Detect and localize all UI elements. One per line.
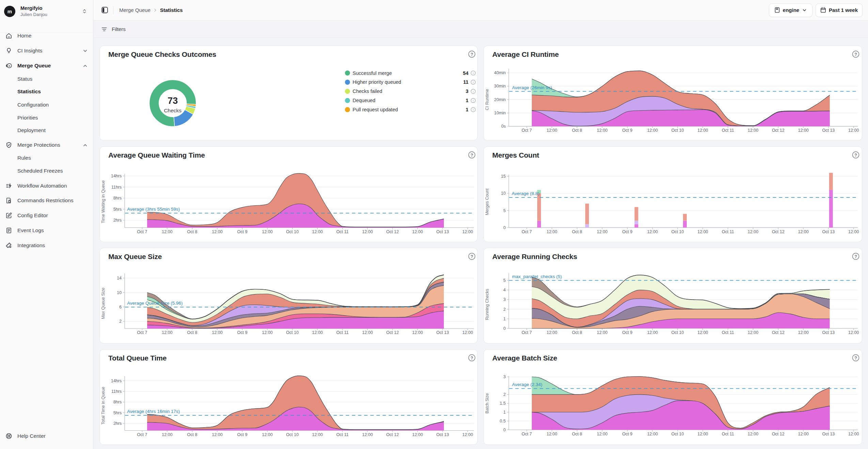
svg-text:14: 14 — [117, 276, 122, 280]
svg-text:0: 0 — [503, 225, 506, 230]
svg-text:Oct 8: Oct 8 — [187, 229, 197, 234]
svg-text:12:00: 12:00 — [312, 330, 323, 335]
svg-text:12:00: 12:00 — [212, 330, 222, 335]
svg-text:15: 15 — [501, 174, 506, 179]
svg-text:Oct 12: Oct 12 — [772, 432, 785, 436]
svg-text:Average (4hrs 16min 17s): Average (4hrs 16min 17s) — [127, 409, 180, 414]
svg-text:?: ? — [470, 52, 473, 57]
svg-text:3: 3 — [503, 297, 506, 302]
svg-text:12:00: 12:00 — [647, 128, 658, 133]
svg-text:12:00: 12:00 — [162, 432, 172, 437]
svg-text:Oct 12: Oct 12 — [772, 128, 785, 133]
svg-text:Checks: Checks — [164, 108, 182, 113]
svg-text:Oct 8: Oct 8 — [572, 128, 582, 133]
svg-text:Oct 9: Oct 9 — [622, 128, 633, 133]
svg-text:0.5: 0.5 — [500, 419, 506, 423]
svg-text:3: 3 — [466, 89, 468, 94]
svg-text:Oct 13: Oct 13 — [436, 432, 449, 437]
svg-text:Oct 10: Oct 10 — [671, 330, 684, 335]
svg-text:12:00: 12:00 — [597, 330, 607, 335]
svg-text:5hrs: 5hrs — [113, 207, 122, 212]
svg-text:12:00: 12:00 — [647, 330, 658, 335]
svg-text:Oct 7: Oct 7 — [137, 330, 147, 335]
svg-text:Oct 9: Oct 9 — [622, 330, 633, 335]
svg-text:Oct 11: Oct 11 — [722, 330, 734, 335]
svg-text:Average (2.34): Average (2.34) — [512, 382, 542, 387]
svg-text:12:00: 12:00 — [262, 432, 273, 437]
svg-text:14hrs: 14hrs — [111, 379, 122, 383]
svg-text:2: 2 — [119, 319, 122, 324]
svg-text:Average (8.8): Average (8.8) — [512, 191, 540, 196]
svg-text:Oct 8: Oct 8 — [572, 330, 582, 335]
svg-text:Average (26min 9s): Average (26min 9s) — [512, 85, 552, 90]
svg-text:m: m — [7, 9, 12, 14]
svg-text:30min: 30min — [494, 84, 506, 89]
svg-text:73: 73 — [168, 96, 178, 106]
svg-text:8hrs: 8hrs — [113, 400, 122, 404]
svg-text:Oct 12: Oct 12 — [386, 330, 399, 335]
svg-text:i: i — [473, 81, 474, 84]
svg-text:i: i — [473, 71, 474, 75]
svg-text:Oct 10: Oct 10 — [286, 330, 299, 335]
svg-text:?: ? — [854, 254, 857, 259]
svg-text:12:00: 12:00 — [647, 229, 658, 234]
svg-text:2: 2 — [503, 307, 506, 312]
svg-text:Oct 13: Oct 13 — [822, 229, 835, 234]
svg-text:12:00: 12:00 — [697, 330, 708, 335]
svg-text:4: 4 — [503, 288, 506, 292]
svg-text:12:00: 12:00 — [546, 432, 557, 436]
svg-text:Oct 11: Oct 11 — [336, 229, 348, 234]
svg-text:Oct 7: Oct 7 — [522, 432, 532, 436]
svg-text:12:00: 12:00 — [212, 229, 222, 234]
svg-text:12:00: 12:00 — [412, 229, 423, 234]
svg-text:11hrs: 11hrs — [111, 389, 122, 394]
svg-text:Oct 7: Oct 7 — [137, 229, 147, 234]
svg-text:12:00: 12:00 — [412, 432, 423, 437]
svg-text:Total Queue Time: Total Queue Time — [108, 354, 167, 362]
svg-text:14hrs: 14hrs — [111, 174, 122, 178]
svg-text:8hrs: 8hrs — [113, 196, 122, 201]
svg-text:5: 5 — [503, 278, 506, 283]
svg-text:12:00: 12:00 — [798, 432, 808, 436]
svg-text:12:00: 12:00 — [697, 229, 708, 234]
svg-text:Oct 9: Oct 9 — [237, 330, 247, 335]
svg-text:Merge Queue Checks Outcomes: Merge Queue Checks Outcomes — [108, 50, 216, 58]
svg-text:Average Queue Waiting Time: Average Queue Waiting Time — [108, 151, 205, 159]
svg-text:12:00: 12:00 — [312, 432, 323, 437]
svg-text:Oct 12: Oct 12 — [772, 330, 785, 335]
svg-text:?: ? — [854, 52, 857, 57]
svg-text:12:00: 12:00 — [748, 229, 758, 234]
svg-text:6: 6 — [119, 305, 122, 309]
svg-text:?: ? — [470, 254, 473, 259]
svg-text:Oct 11: Oct 11 — [336, 330, 348, 335]
svg-text:12:00: 12:00 — [462, 432, 473, 437]
svg-text:12:00: 12:00 — [748, 330, 758, 335]
svg-text:Running Checks: Running Checks — [485, 289, 490, 320]
svg-text:Average Running Checks: Average Running Checks — [492, 253, 577, 260]
svg-text:?: ? — [470, 356, 473, 360]
svg-text:Total Time in Queue: Total Time in Queue — [101, 387, 106, 424]
svg-text:12:00: 12:00 — [798, 229, 808, 234]
svg-text:11: 11 — [463, 79, 468, 85]
svg-text:Oct 13: Oct 13 — [436, 229, 449, 234]
svg-text:Oct 7: Oct 7 — [522, 229, 532, 234]
svg-text:11hrs: 11hrs — [111, 185, 122, 190]
svg-text:Max Queue Size: Max Queue Size — [108, 253, 162, 260]
svg-text:Oct 8: Oct 8 — [572, 229, 582, 234]
svg-text:12:00: 12:00 — [162, 229, 172, 234]
svg-text:1: 1 — [466, 98, 468, 103]
svg-text:Oct 10: Oct 10 — [286, 432, 299, 437]
svg-text:12:00: 12:00 — [848, 330, 859, 335]
svg-text:Successful merge: Successful merge — [353, 70, 392, 76]
svg-text:Higher priority queued: Higher priority queued — [353, 79, 401, 85]
svg-text:Average Batch Size: Average Batch Size — [492, 354, 557, 362]
svg-text:?: ? — [470, 153, 473, 158]
svg-text:40min: 40min — [494, 70, 506, 75]
svg-text:Oct 7: Oct 7 — [522, 330, 532, 335]
svg-text:Oct 10: Oct 10 — [671, 128, 684, 133]
svg-text:1: 1 — [503, 317, 506, 321]
svg-text:12:00: 12:00 — [848, 229, 859, 234]
svg-text:12:00: 12:00 — [647, 432, 658, 436]
svg-text:12:00: 12:00 — [212, 432, 222, 437]
svg-text:Dequeued: Dequeued — [353, 98, 375, 103]
